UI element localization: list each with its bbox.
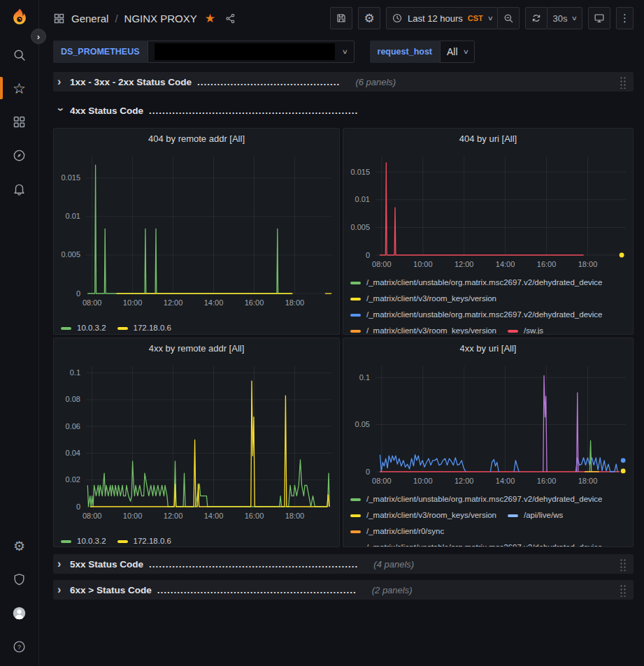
cycle-view-mode-button[interactable]	[588, 7, 610, 29]
time-range-picker[interactable]: Last 12 hours CST ∨	[386, 7, 498, 29]
breadcrumb-dashboard-title[interactable]: NGINX PROXY	[124, 13, 197, 24]
time-series-chart[interactable]: 00.0050.010.01508:0010:0012:0014:0016:00…	[343, 150, 633, 275]
chevron-down-icon: ∨	[571, 15, 578, 22]
row-5xx-status-code[interactable]: › 5xx Status Code ......................…	[53, 554, 634, 574]
row-title: 5xx Status Code	[70, 559, 143, 570]
legend-item[interactable]: /_matrix/client/unstable/org.matrix.msc2…	[350, 491, 603, 507]
sidebar-item-help[interactable]: ?	[6, 632, 34, 660]
svg-text:08:00: 08:00	[372, 260, 392, 268]
panel-title[interactable]: 4xx by uri [All]	[343, 338, 633, 359]
svg-text:12:00: 12:00	[455, 477, 474, 485]
panel-title[interactable]: 404 by uri [All]	[343, 129, 633, 150]
legend-item[interactable]: /sw.js	[508, 323, 543, 334]
legend-series-label: 10.0.3.2	[77, 320, 106, 334]
legend-item[interactable]: /api/live/ws	[508, 507, 563, 523]
time-series-chart[interactable]: 00.050.108:0010:0012:0014:0016:0018:00	[343, 359, 633, 491]
dashboards-grid-icon	[12, 115, 27, 129]
svg-text:14:00: 14:00	[204, 298, 224, 307]
help-icon: ?	[12, 639, 27, 654]
refresh-icon	[531, 13, 542, 24]
sidebar-item-dashboards[interactable]	[6, 108, 34, 136]
legend-item[interactable]: 10.0.3.2	[61, 533, 106, 546]
panel-4xx-by-remote-addr: 4xx by remote addr [All] 00.020.040.060.…	[53, 338, 340, 547]
svg-text:16:00: 16:00	[245, 298, 264, 307]
zoom-out-icon	[503, 13, 514, 24]
datasource-picker[interactable]: ∨	[148, 41, 355, 63]
row-title: 1xx - 3xx - 2xx Status Code	[70, 77, 192, 87]
compass-icon	[12, 148, 27, 163]
legend-item[interactable]: 172.18.0.6	[117, 320, 171, 334]
zoom-out-time-button[interactable]	[497, 7, 520, 29]
sidebar-item-profile[interactable]	[6, 599, 34, 627]
clock-icon	[392, 13, 403, 24]
svg-text:18:00: 18:00	[285, 512, 305, 520]
svg-text:08:00: 08:00	[83, 298, 102, 307]
sidebar-item-server-admin[interactable]	[6, 565, 34, 593]
legend-series-label: /api/live/ws	[524, 507, 563, 523]
time-series-chart[interactable]: 00.020.040.060.080.108:0010:0012:0014:00…	[54, 359, 339, 526]
request-host-picker[interactable]: All ∨	[440, 41, 475, 63]
legend-series-color	[61, 327, 71, 330]
row-4xx-status-code[interactable]: › 4xx Status Code ......................…	[53, 101, 634, 120]
sidebar-item-alerting[interactable]	[6, 175, 34, 203]
legend-item[interactable]: /_matrix/client/v3/room_keys/version	[350, 507, 496, 523]
gear-icon: ⚙	[13, 540, 25, 553]
refresh-interval-picker[interactable]: 30s ∨	[547, 7, 582, 29]
legend-series-color	[350, 330, 361, 333]
time-controls: Last 12 hours CST ∨	[386, 7, 520, 29]
legend-item[interactable]: /_matrix/client/r0/sync	[350, 523, 444, 540]
legend-item[interactable]: 10.0.3.2	[61, 320, 106, 334]
svg-text:18:00: 18:00	[578, 260, 598, 268]
legend-series-color	[508, 330, 518, 333]
more-options-button[interactable]: ⋮	[616, 7, 634, 29]
svg-text:10:00: 10:00	[413, 477, 433, 485]
row-drag-handle[interactable]	[620, 584, 627, 597]
legend-series-color	[350, 314, 361, 317]
sidebar-expand-button[interactable]: ›	[31, 29, 46, 44]
row-drag-handle[interactable]	[620, 558, 627, 571]
panel-title[interactable]: 4xx by remote addr [All]	[54, 338, 339, 359]
legend-item[interactable]: /_matrix/client/unstable/org.matrix.msc2…	[350, 307, 603, 323]
time-series-chart[interactable]: 00.0050.010.01508:0010:0012:0014:0016:00…	[54, 150, 339, 313]
svg-text:0: 0	[76, 289, 80, 298]
legend-item[interactable]: /_matrix/client/unstable/org.matrix.msc2…	[350, 275, 603, 291]
favorite-star-icon[interactable]: ★	[205, 11, 215, 26]
row-6xx-status-code[interactable]: › 6xx > Status Code ....................…	[53, 580, 634, 600]
svg-text:14:00: 14:00	[204, 512, 224, 520]
sidebar-item-explore[interactable]	[6, 141, 34, 169]
save-dashboard-button[interactable]	[330, 7, 352, 29]
sidebar-item-search[interactable]	[6, 41, 34, 68]
row-panel-count: (4 panels)	[373, 559, 414, 570]
chevron-down-icon: ∨	[462, 48, 468, 55]
panel-title[interactable]: 404 by remote addr [All]	[54, 129, 339, 150]
legend-item[interactable]: /_matrix/client/v3/room_keys/version	[350, 291, 496, 307]
svg-text:0.015: 0.015	[61, 173, 80, 182]
breadcrumb: General / NGINX PROXY ★	[53, 11, 236, 26]
legend-series-color	[61, 540, 71, 543]
svg-text:0.04: 0.04	[66, 449, 80, 457]
row-1xx-3xx-2xx-status-code[interactable]: › 1xx - 3xx - 2xx Status Code ..........…	[53, 72, 634, 92]
share-icon[interactable]	[224, 13, 236, 24]
sidebar-item-starred[interactable]: ☆	[6, 74, 34, 102]
row-panel-count: (6 panels)	[355, 77, 396, 87]
shield-icon	[12, 572, 27, 587]
refresh-dashboard-button[interactable]	[525, 7, 548, 29]
legend-series-color	[350, 514, 361, 517]
panel-404-by-uri: 404 by uri [All] 00.0050.010.01508:0010:…	[343, 128, 634, 335]
svg-text:16:00: 16:00	[537, 477, 557, 485]
legend-series-label: /_matrix/client/v3/room_keys/version	[366, 291, 496, 307]
legend-series-color	[350, 498, 361, 501]
row-leader-dots: ........................................…	[197, 77, 340, 87]
row-drag-handle[interactable]	[620, 75, 627, 89]
row-title: 4xx Status Code	[70, 106, 143, 116]
legend-item[interactable]: 172.18.0.6	[117, 533, 171, 546]
svg-text:12:00: 12:00	[164, 512, 183, 520]
chart-legend: /_matrix/client/unstable/org.matrix.msc2…	[343, 491, 633, 546]
grafana-logo[interactable]	[8, 7, 31, 31]
breadcrumb-section[interactable]: General	[71, 13, 108, 24]
dashboard-settings-button[interactable]: ⚙	[358, 7, 380, 29]
legend-item[interactable]: /_matrix/client/unstable/org.matrix.msc2…	[350, 540, 603, 546]
chevron-right-icon: ›	[57, 76, 64, 87]
legend-item[interactable]: /_matrix/client/v3/room_keys/version	[350, 323, 496, 334]
sidebar-item-configuration[interactable]: ⚙	[6, 532, 34, 560]
